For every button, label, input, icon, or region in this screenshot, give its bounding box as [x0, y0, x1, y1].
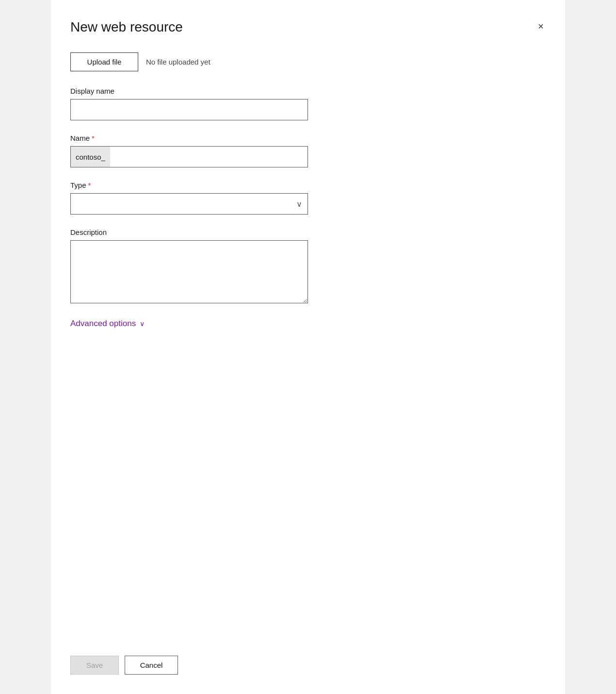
name-group: Name * contoso_ [70, 134, 546, 167]
dialog-title: New web resource [70, 19, 183, 35]
advanced-options-label: Advanced options [70, 319, 136, 329]
description-textarea[interactable] [70, 240, 308, 303]
dialog-footer: Save Cancel [70, 644, 546, 675]
name-input[interactable] [70, 146, 308, 167]
type-group: Type * Webpage (HTML)Style Sheet (CSS)Sc… [70, 181, 546, 215]
display-name-input[interactable] [70, 99, 308, 120]
type-select[interactable]: Webpage (HTML)Style Sheet (CSS)Script (J… [70, 193, 308, 215]
display-name-group: Display name [70, 87, 546, 120]
name-input-wrapper: contoso_ [70, 146, 308, 167]
type-label: Type * [70, 181, 546, 189]
cancel-button[interactable]: Cancel [125, 656, 178, 675]
upload-status-text: No file uploaded yet [146, 58, 211, 66]
close-button[interactable]: × [536, 19, 546, 33]
name-required-star: * [92, 134, 95, 142]
type-select-wrapper: Webpage (HTML)Style Sheet (CSS)Script (J… [70, 193, 308, 215]
dialog-header: New web resource × [70, 19, 546, 35]
advanced-options-toggle[interactable]: Advanced options ∨ [70, 319, 546, 329]
save-button[interactable]: Save [70, 656, 119, 675]
new-web-resource-dialog: New web resource × Upload file No file u… [51, 0, 565, 694]
name-label: Name * [70, 134, 546, 142]
description-label: Description [70, 228, 546, 236]
spacer [70, 338, 546, 644]
description-group: Description [70, 228, 546, 305]
form-content: Upload file No file uploaded yet Display… [70, 52, 546, 644]
advanced-options-chevron-icon: ∨ [140, 320, 145, 328]
type-required-star: * [88, 181, 91, 189]
close-icon: × [538, 21, 544, 31]
upload-row: Upload file No file uploaded yet [70, 52, 546, 71]
display-name-label: Display name [70, 87, 546, 95]
upload-file-button[interactable]: Upload file [70, 52, 138, 71]
